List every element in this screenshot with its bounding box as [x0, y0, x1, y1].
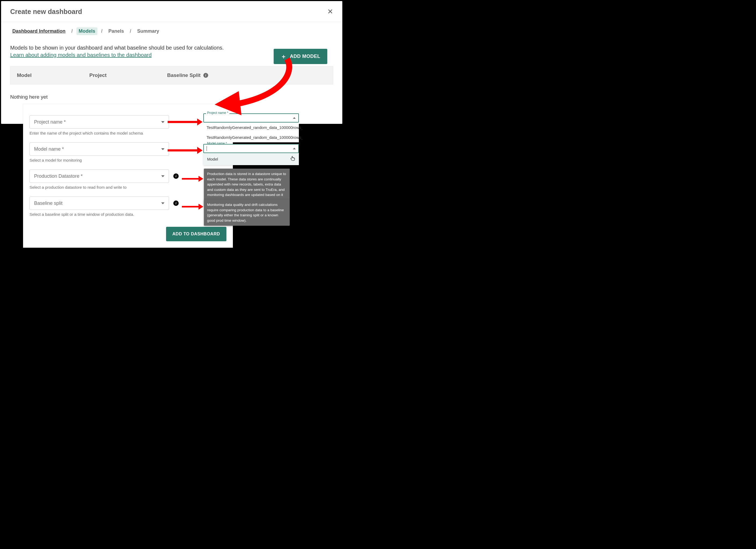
breadcrumb-dashboard-information[interactable]: Dashboard Information	[10, 27, 68, 35]
model-name-select[interactable]: Model name *	[30, 142, 169, 156]
text-cursor-icon	[207, 146, 207, 151]
th-project: Project	[89, 72, 167, 78]
chevron-up-icon	[293, 148, 296, 149]
production-datastore-select[interactable]: Production Datastore *	[30, 170, 169, 183]
breadcrumb-panels[interactable]: Panels	[106, 27, 126, 35]
chevron-up-icon	[293, 117, 296, 119]
th-baseline: Baseline Split	[167, 72, 201, 78]
models-table-header: Model Project Baseline Split i	[10, 66, 333, 84]
baseline-split-select[interactable]: Baseline split	[30, 197, 169, 210]
model-name-dropdown: Model name * Model	[203, 144, 299, 165]
add-model-button[interactable]: ＋ ADD MODEL	[274, 49, 327, 64]
learn-link[interactable]: Learn about adding models and baselines …	[10, 52, 152, 58]
model-dropdown-input[interactable]	[203, 144, 299, 153]
info-icon[interactable]: i	[173, 174, 179, 179]
model-name-placeholder: Model name *	[34, 146, 64, 152]
chevron-down-icon	[161, 148, 164, 150]
model-name-hint: Select a model for monitoring	[30, 158, 226, 163]
empty-state-text: Nothing here yet	[10, 94, 333, 100]
project-name-placeholder: Project name *	[34, 119, 66, 125]
th-model: Model	[17, 72, 89, 78]
modal-title: Create new dashboard	[10, 8, 82, 16]
chevron-down-icon	[161, 121, 164, 123]
breadcrumb-models[interactable]: Models	[76, 27, 97, 35]
plus-icon: ＋	[281, 54, 287, 59]
info-icon[interactable]: i	[203, 73, 208, 78]
add-model-form: Project name * Enter the name of the pro…	[23, 104, 233, 248]
project-name-hint: Enter the name of the project which cont…	[30, 131, 226, 135]
project-name-select[interactable]: Project name *	[30, 115, 169, 129]
baseline-tooltip: Monitoring data quality and drift calcul…	[204, 200, 290, 226]
divider	[1, 22, 342, 22]
add-model-label: ADD MODEL	[290, 54, 321, 59]
project-option[interactable]: TestRandomlyGenerated_random_data_100000…	[203, 133, 303, 142]
project-option[interactable]: TestRandomlyGenerated_random_data_100000…	[203, 123, 303, 133]
production-datastore-placeholder: Production Datastore *	[34, 174, 83, 179]
production-datastore-hint: Select a production datastore to read fr…	[30, 185, 226, 190]
info-icon[interactable]: i	[173, 201, 179, 206]
model-option[interactable]: Model	[203, 153, 299, 165]
baseline-split-hint: Select a baseline split or a time window…	[30, 212, 226, 217]
project-dropdown-input[interactable]	[203, 113, 299, 123]
baseline-split-placeholder: Baseline split	[34, 201, 63, 206]
breadcrumb-summary[interactable]: Summary	[135, 27, 161, 35]
add-to-dashboard-button[interactable]: ADD TO DASHBOARD	[166, 227, 226, 241]
wizard-breadcrumbs: Dashboard Information / Models / Panels …	[10, 27, 333, 35]
chevron-down-icon	[161, 175, 164, 177]
project-name-dropdown: Project name * TestRandomlyGenerated_ran…	[203, 113, 299, 142]
chevron-down-icon	[161, 203, 164, 204]
close-icon[interactable]: ✕	[327, 8, 333, 16]
project-dropdown-legend: Project name *	[206, 111, 229, 115]
pointer-cursor-icon	[290, 156, 295, 163]
